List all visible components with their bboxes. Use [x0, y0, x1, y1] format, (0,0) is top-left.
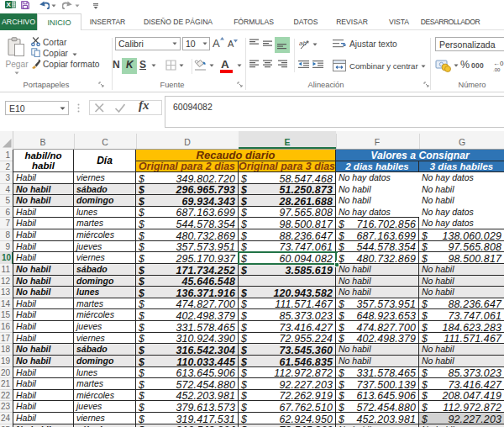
svg-text:X: X: [7, 1, 12, 8]
svg-text:.00: .00: [493, 67, 501, 72]
